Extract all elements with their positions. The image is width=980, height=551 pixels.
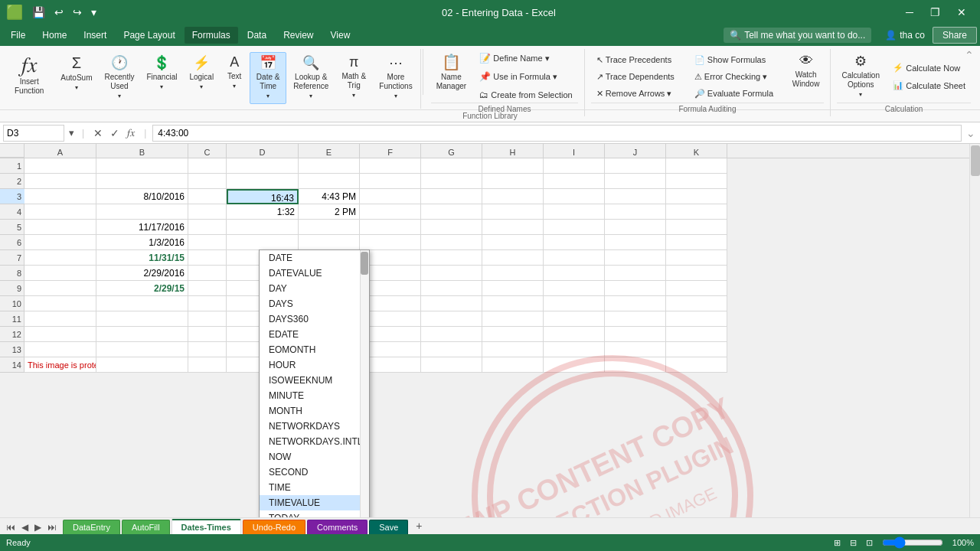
lookup-ref-button[interactable]: 🔍 Lookup &Reference ▾: [288, 52, 334, 104]
cell-b5[interactable]: 11/17/2016: [96, 220, 188, 235]
cell-j4[interactable]: [605, 204, 666, 220]
dropdown-item-minute[interactable]: MINUTE: [260, 388, 369, 403]
sheet-tab-dataentry[interactable]: DataEntry: [63, 520, 120, 534]
text-button[interactable]: A Text ▾: [220, 52, 248, 104]
cell-d2[interactable]: [227, 174, 299, 189]
watch-window-button[interactable]: 👁 WatchWindow: [788, 51, 824, 103]
cell-c3[interactable]: [188, 189, 227, 204]
menu-home[interactable]: Home: [34, 27, 74, 44]
cell-k8[interactable]: [666, 266, 727, 281]
menu-view[interactable]: View: [323, 27, 358, 44]
menu-insert[interactable]: Insert: [76, 27, 114, 44]
menu-file[interactable]: File: [3, 27, 33, 44]
menu-formulas[interactable]: Formulas: [185, 27, 238, 44]
restore-button[interactable]: ❐: [923, 3, 948, 21]
cell-c1[interactable]: [188, 158, 227, 174]
sheet-nav-prev[interactable]: ◀: [18, 520, 31, 534]
cell-i9[interactable]: [544, 281, 605, 296]
cell-i3[interactable]: [544, 189, 605, 204]
cell-j1[interactable]: [605, 158, 666, 174]
row-header-7[interactable]: 7: [0, 250, 24, 266]
cell-g4[interactable]: [421, 204, 482, 220]
col-header-c[interactable]: C: [188, 144, 227, 158]
cell-e6[interactable]: [299, 235, 360, 250]
dropdown-item-isoweeknum[interactable]: ISOWEEKNUM: [260, 373, 369, 388]
evaluate-formula-button[interactable]: 🔎 Evaluate Formula: [689, 86, 779, 101]
cell-e2[interactable]: [299, 174, 360, 189]
calculate-sheet-button[interactable]: 📊 Calculate Sheet: [887, 78, 971, 93]
cell-a1[interactable]: [24, 158, 96, 174]
cell-g3[interactable]: [421, 189, 482, 204]
cell-a4[interactable]: [24, 204, 96, 220]
dropdown-item-edate[interactable]: EDATE: [260, 327, 369, 342]
vertical-scrollbar[interactable]: [969, 144, 980, 517]
insert-function-bar-button[interactable]: 𝑓𝑥: [124, 125, 138, 141]
cell-k9[interactable]: [666, 281, 727, 296]
row-header-13[interactable]: 13: [0, 342, 24, 357]
trace-dependents-button[interactable]: ↗ Trace Dependents: [591, 70, 680, 84]
cell-b9[interactable]: 2/29/15: [96, 281, 188, 296]
sheet-nav-last[interactable]: ⏭: [44, 520, 60, 534]
insert-function-button[interactable]: 𝑓𝑥 InsertFunction: [9, 52, 49, 106]
row-header-14[interactable]: 14: [0, 357, 24, 373]
dropdown-item-networkdays-intl[interactable]: NETWORKDAYS.INTL: [260, 434, 369, 449]
formula-expand-button[interactable]: ⌄: [965, 126, 977, 141]
row-header-9[interactable]: 9: [0, 281, 24, 296]
zoom-slider[interactable]: [882, 536, 943, 549]
cell-a2[interactable]: [24, 174, 96, 189]
cell-b2[interactable]: [96, 174, 188, 189]
dropdown-item-time[interactable]: TIME: [260, 480, 369, 495]
cell-c13[interactable]: [188, 342, 227, 357]
name-manager-button[interactable]: 📋 NameManager: [431, 51, 471, 103]
cell-a13[interactable]: [24, 342, 96, 357]
row-header-6[interactable]: 6: [0, 235, 24, 250]
sheet-tab-save[interactable]: Save: [369, 520, 408, 534]
cell-k11[interactable]: [666, 311, 727, 327]
dropdown-item-hour[interactable]: HOUR: [260, 357, 369, 373]
cell-c7[interactable]: [188, 250, 227, 266]
cell-c14[interactable]: [188, 357, 227, 373]
dropdown-item-now[interactable]: NOW: [260, 449, 369, 465]
col-header-g[interactable]: G: [421, 144, 482, 158]
cell-a11[interactable]: [24, 311, 96, 327]
dropdown-scroll[interactable]: DATE DATEVALUE DAY DAYS DAYS360 EDATE EO…: [260, 250, 369, 517]
cell-g12[interactable]: [421, 327, 482, 342]
cell-i13[interactable]: [544, 342, 605, 357]
cell-f2[interactable]: [360, 174, 421, 189]
confirm-formula-button[interactable]: ✓: [107, 125, 122, 141]
dropdown-item-date[interactable]: DATE: [260, 250, 369, 266]
save-button[interactable]: 💾: [29, 5, 48, 20]
cell-a14[interactable]: This image is protected: [24, 357, 96, 373]
name-box-dropdown[interactable]: ▾: [67, 126, 76, 140]
calculation-options-button[interactable]: ⚙ CalculationOptions ▾: [837, 51, 884, 103]
dropdown-item-datevalue[interactable]: DATEVALUE: [260, 266, 369, 281]
cell-j3[interactable]: [605, 189, 666, 204]
cell-g9[interactable]: [421, 281, 482, 296]
cell-g8[interactable]: [421, 266, 482, 281]
cell-h2[interactable]: [482, 174, 544, 189]
row-header-12[interactable]: 12: [0, 327, 24, 342]
cell-h3[interactable]: [482, 189, 544, 204]
cell-j7[interactable]: [605, 250, 666, 266]
cell-b7[interactable]: 11/31/15: [96, 250, 188, 266]
cell-h11[interactable]: [482, 311, 544, 327]
sheet-tab-comments[interactable]: Comments: [307, 520, 368, 534]
sheet-tab-autofill[interactable]: AutoFill: [122, 520, 170, 534]
cell-k5[interactable]: [666, 220, 727, 235]
cell-g1[interactable]: [421, 158, 482, 174]
cell-i6[interactable]: [544, 235, 605, 250]
dropdown-item-timevalue[interactable]: TIMEVALUE: [260, 495, 369, 510]
cell-i14[interactable]: [544, 357, 605, 373]
cell-i11[interactable]: [544, 311, 605, 327]
cell-f5[interactable]: [360, 220, 421, 235]
undo-button[interactable]: ↩: [51, 5, 67, 20]
cell-b3[interactable]: 8/10/2016: [96, 189, 188, 204]
cell-j6[interactable]: [605, 235, 666, 250]
view-layout-icon[interactable]: ⊟: [850, 538, 857, 548]
cell-j12[interactable]: [605, 327, 666, 342]
sheet-add-button[interactable]: +: [410, 517, 428, 534]
cell-g14[interactable]: [421, 357, 482, 373]
cell-c10[interactable]: [188, 296, 227, 311]
cell-g10[interactable]: [421, 296, 482, 311]
menu-review[interactable]: Review: [276, 27, 321, 44]
